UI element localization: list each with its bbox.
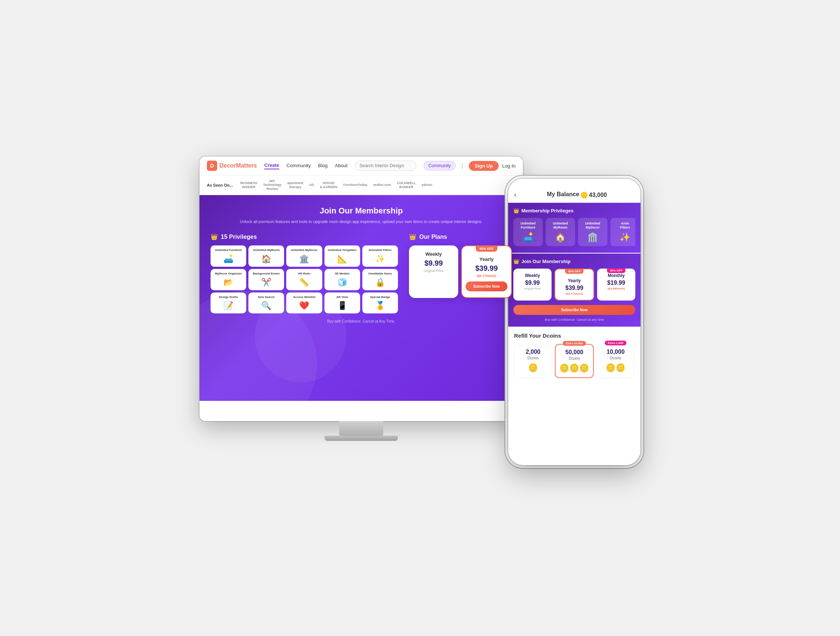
brand-realtor: realtor.com [373, 183, 392, 187]
phone-priv-furniture: UnlimitedFurniture 🛋️ [513, 218, 543, 246]
privilege-unlimited-furniture: Unlimited Furniture 🛋️ [210, 245, 246, 267]
monitor-base [324, 436, 398, 441]
brand-business-insider: BUSINESSINSIDER [240, 181, 257, 189]
as-seen-on-bar: As Seen On... BUSINESSINSIDER MITTechnol… [199, 176, 523, 195]
hero-content: 👑 15 Privileges Unlimited Furniture 🛋️ U… [210, 233, 512, 313]
plans-section: 👑 Our Plans Weekly $9.99 Original Price … [409, 233, 512, 313]
phone-screen: ‹ My Balance 🪙 43,000 👑 Membership Privi… [508, 178, 641, 465]
privilege-design-drafts: Design Drafts 📝 [210, 292, 246, 314]
phone-refill-section: Refill Your Dcoins 2,000 Dcoins 🪙 Extra … [508, 327, 641, 384]
privilege-animated-filters: Animated Filters ✨ [362, 245, 398, 267]
monitor-stand [339, 421, 383, 436]
hero-footer: Buy with Confidence. Cancel at Any Time. [210, 319, 512, 324]
plan-weekly: Weekly $9.99 Original Price [409, 245, 458, 298]
phone-plan-yearly: 90% OFF Yearly $39.99 ($0.77/week) [554, 268, 594, 301]
privileges-section: 👑 15 Privileges Unlimited Furniture 🛋️ U… [210, 233, 398, 313]
privilege-grid: Unlimited Furniture 🛋️ Unlimited MyRoom … [210, 245, 398, 313]
hero-subtitle: Unlock all premium features and tools to… [210, 219, 512, 225]
logo[interactable]: D DecorMatters [207, 161, 257, 171]
subscribe-button[interactable]: Subscribe Now [466, 281, 507, 291]
phone-plan-monthly: 50% OFF Monthly $19.99 ($4.99/week) [597, 268, 635, 301]
as-seen-label: As Seen On... [207, 183, 233, 188]
phone-dcoins-row: 2,000 Dcoins 🪙 Extra 10,000 50,000 Dcoin… [514, 344, 635, 378]
plan-yearly-badge: 90% OFF [476, 246, 497, 252]
phone-plan-weekly: Weekly $9.99 Orignal Price [513, 268, 551, 301]
crown-icon: 👑 [210, 233, 218, 240]
search-input[interactable] [355, 161, 417, 171]
phone-priv-mydecor: UnlimitedMyDecor 🏛️ [578, 218, 607, 246]
nav-link-community[interactable]: Community [287, 163, 311, 169]
phone-subscribe-button[interactable]: Subscribe Now [513, 305, 635, 315]
brand-mit: MITTechnologyReview [263, 179, 281, 191]
phone-membership-title: 👑 Membership Privileges [513, 208, 635, 213]
community-button[interactable]: Community [424, 161, 456, 170]
privilege-uneditable-items: Uneditable Items 🔒 [362, 269, 398, 290]
scene: D DecorMatters Create Community Blog Abo… [199, 156, 641, 480]
phone-join-section: 👑 Join Our Membership Weekly $9.99 Orign… [508, 254, 641, 327]
phone-extra-10000-badge: Extra 10,000 [563, 341, 586, 346]
privilege-special-badge: Special Badge 🏅 [362, 292, 398, 314]
mobile-phone: ‹ My Balance 🪙 43,000 👑 Membership Privi… [508, 178, 641, 465]
balance-display: 🪙 43,000 [581, 192, 607, 199]
nav-link-create[interactable]: Create [264, 163, 279, 169]
privilege-access-wishlist: Access Wishlist ❤️ [286, 292, 322, 314]
phone-membership-section: 👑 Membership Privileges UnlimitedFurnitu… [508, 203, 641, 253]
privilege-unlimited-myroom: Unlimited MyRoom 🏠 [248, 245, 284, 267]
phone-refill-title: Refill Your Dcoins [514, 333, 635, 339]
phone-plan-yearly-badge: 90% OFF [565, 269, 584, 274]
monitor-screen: D DecorMatters Create Community Blog Abo… [199, 156, 523, 421]
phone-frame: ‹ My Balance 🪙 43,000 👑 Membership Privi… [508, 178, 641, 465]
membership-section: Join Our Membership Unlock all premium f… [199, 195, 523, 401]
privilege-mydecor-organizer: MyDecor Organizer 📂 [210, 269, 246, 290]
phone-plan-monthly-badge: 50% OFF [607, 268, 625, 273]
plans-cards: Weekly $9.99 Original Price 90% OFF Year… [409, 245, 512, 298]
desktop-monitor: D DecorMatters Create Community Blog Abo… [199, 156, 523, 443]
phone-balance-title: My Balance 🪙 43,000 [519, 191, 635, 199]
brand-logos: BUSINESSINSIDER MITTechnologyReview apar… [240, 179, 516, 191]
privilege-unlimited-mydecor: Unlimited MyDecor 🏛️ [286, 245, 322, 267]
privilege-background-eraser: Background Eraser ✂️ [248, 269, 284, 290]
phone-header: ‹ My Balance 🪙 43,000 [508, 186, 641, 203]
privileges-title: 15 Privileges [221, 234, 257, 240]
login-link[interactable]: Log In [502, 163, 516, 169]
back-button[interactable]: ‹ [514, 191, 516, 199]
phone-confidence-text: Buy with Confidence: Cancel at any time [513, 318, 635, 322]
nav-right: Community ⋮ Sign Up Log In [424, 161, 516, 171]
search-container [355, 161, 417, 171]
brand-house: HOUSE& GARDEN [320, 181, 337, 189]
phone-join-title: 👑 Join Our Membership [513, 259, 635, 264]
privilege-3d-models: 3D Models 🧊 [324, 269, 360, 290]
privilege-ar-view: AR View 📱 [324, 292, 360, 314]
privilege-item-search: Item Search 🔍 [248, 292, 284, 314]
phone-dcoin-2000: 2,000 Dcoins 🪙 [514, 344, 552, 378]
phone-dcoin-50000: Extra 10,000 50,000 Dcoins 🪙🪙🪙 [555, 344, 594, 378]
phone-privilege-scroll[interactable]: UnlimitedFurniture 🛋️ UnlimitedMyRoom 🏠 … [513, 218, 635, 248]
phone-extra-1000-badge: Extra 1,000 [605, 341, 626, 346]
nav-link-about[interactable]: About [335, 163, 347, 169]
privilege-ar-ruler: AR Ruler 📏 [286, 269, 322, 290]
phone-priv-myroom: UnlimitedMyRoom 🏠 [546, 218, 575, 246]
brand-coldwell: COLDWELLBANKER [397, 181, 415, 189]
logo-text: DecorMatters [219, 163, 257, 169]
phone-notch [552, 178, 596, 186]
brand-furniture: FurnitureToday [343, 183, 367, 187]
brand-ad: AD [309, 183, 314, 187]
sign-up-button[interactable]: Sign Up [469, 161, 499, 171]
plan-yearly: 90% OFF Yearly $39.99 ($0.77/week) Subsc… [461, 245, 512, 298]
phone-plans-row: Weekly $9.99 Orignal Price 90% OFF Yearl… [513, 268, 635, 301]
logo-icon: D [207, 161, 217, 171]
hero-title: Join Our Membership [210, 206, 512, 216]
nav-links: Create Community Blog About [264, 163, 347, 169]
coin-icon: 🪙 [581, 192, 587, 199]
more-options-icon[interactable]: ⋮ [459, 163, 465, 169]
phone-priv-filters: AnimFilters ✨ [610, 218, 635, 246]
privilege-unlimited-templates: Unlimited Templates 📐 [324, 245, 360, 267]
privileges-header: 👑 15 Privileges [210, 233, 398, 240]
nav-link-blog[interactable]: Blog [318, 163, 327, 169]
brand-apartment: apartmenttherapy [287, 181, 303, 189]
plans-title: Our Plans [419, 234, 447, 240]
navigation: D DecorMatters Create Community Blog Abo… [199, 156, 523, 176]
phone-dcoin-10000: Extra 1,000 10,000 Dcoins 🪙🪙 [597, 344, 635, 378]
plans-crown-icon: 👑 [409, 233, 416, 240]
brand-yahoo: yahoo! [422, 183, 433, 187]
